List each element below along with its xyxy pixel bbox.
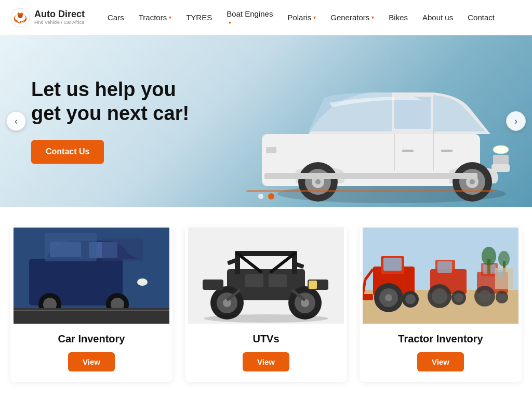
- svg-rect-77: [363, 294, 373, 300]
- hero-content: Let us help you get you next car! Contac…: [31, 78, 189, 164]
- inventory-card-tractors: Tractor Inventory View: [360, 228, 522, 382]
- brand-logo-icon: AD: [10, 8, 30, 28]
- svg-rect-52: [269, 274, 287, 287]
- svg-rect-25: [264, 173, 477, 179]
- inventory-card-cars: Car Inventory View: [10, 228, 172, 382]
- svg-rect-80: [437, 261, 452, 273]
- chevron-left-icon: ‹: [15, 116, 18, 127]
- svg-rect-10: [394, 97, 431, 129]
- svg-text:AD: AD: [17, 18, 23, 23]
- nav-item-cars[interactable]: Cars: [100, 0, 131, 35]
- svg-rect-24: [441, 150, 453, 152]
- svg-point-6: [18, 14, 22, 18]
- generators-chevron-icon: ▾: [371, 15, 374, 20]
- svg-point-89: [478, 290, 491, 302]
- svg-rect-27: [491, 164, 510, 172]
- brand-text: Auto Direct Find Vehicle / Car Africa: [34, 9, 85, 25]
- slider-dot-2[interactable]: [268, 193, 274, 200]
- slider-prev-button[interactable]: ‹: [6, 111, 26, 131]
- tractors-card-body: Tractor Inventory View: [360, 324, 522, 382]
- hero-cta-button[interactable]: Contact Us: [31, 140, 104, 164]
- slider-dot-1[interactable]: [258, 193, 264, 200]
- svg-rect-69: [383, 258, 402, 271]
- inventory-section: Car Inventory View: [0, 207, 532, 399]
- svg-point-82: [432, 288, 447, 304]
- svg-point-72: [385, 294, 392, 301]
- nav-item-tyres[interactable]: TYRES: [179, 0, 219, 35]
- tractors-image: [360, 228, 522, 324]
- slider-next-button[interactable]: ›: [506, 111, 526, 131]
- inventory-grid: Car Inventory View: [10, 228, 522, 382]
- inventory-card-utvs: UTVs View: [185, 228, 347, 382]
- utvs-view-button[interactable]: View: [243, 352, 289, 371]
- tractors-view-button[interactable]: View: [417, 352, 464, 371]
- polaris-chevron-icon: ▾: [313, 15, 316, 20]
- svg-rect-28: [246, 190, 496, 192]
- cars-card-title: Car Inventory: [21, 333, 162, 345]
- svg-rect-23: [402, 150, 414, 152]
- utvs-card-body: UTVs View: [185, 324, 347, 382]
- svg-rect-26: [266, 147, 276, 153]
- nav-links: Cars Tractors ▾ TYRES Boat Engines ▾ Pol…: [100, 0, 522, 35]
- svg-rect-60: [309, 281, 317, 289]
- cars-card-body: Car Inventory View: [10, 324, 172, 382]
- tractors-chevron-icon: ▾: [169, 15, 171, 20]
- cars-view-button[interactable]: View: [68, 352, 115, 371]
- svg-point-20: [315, 179, 321, 184]
- svg-point-91: [498, 294, 506, 301]
- svg-point-64: [204, 314, 328, 323]
- svg-rect-61: [203, 280, 223, 290]
- svg-point-93: [482, 247, 496, 265]
- svg-rect-39: [102, 238, 143, 261]
- nav-item-generators[interactable]: Generators ▾: [323, 0, 381, 35]
- chevron-right-icon: ›: [514, 116, 517, 127]
- svg-point-95: [498, 251, 510, 267]
- boat-engines-chevron-icon: ▾: [229, 19, 231, 26]
- utvs-image: [185, 228, 347, 324]
- svg-rect-97: [497, 270, 503, 278]
- nav-item-bikes[interactable]: Bikes: [381, 0, 415, 35]
- hero-title: Let us help you get you next car!: [31, 78, 189, 125]
- cars-image: [10, 228, 172, 324]
- nav-item-polaris[interactable]: Polaris ▾: [280, 0, 323, 35]
- svg-point-74: [405, 294, 416, 304]
- hero-car-image: [194, 51, 532, 207]
- svg-rect-38: [45, 233, 97, 261]
- nav-item-tractors[interactable]: Tractors ▾: [131, 0, 179, 35]
- utvs-card-title: UTVs: [195, 333, 337, 345]
- svg-rect-51: [245, 274, 263, 287]
- nav-item-about[interactable]: About us: [415, 0, 460, 35]
- svg-rect-22: [493, 155, 509, 165]
- nav-item-contact[interactable]: Contact: [460, 0, 502, 35]
- brand-logo-link[interactable]: AD Auto Direct Find Vehicle / Car Africa: [10, 8, 85, 28]
- svg-point-16: [470, 179, 475, 184]
- slider-dots: [258, 193, 274, 200]
- svg-rect-46: [235, 251, 297, 256]
- svg-point-21: [493, 145, 509, 154]
- brand-title: Auto Direct: [34, 9, 85, 20]
- svg-rect-41: [14, 310, 169, 311]
- svg-point-37: [137, 278, 148, 286]
- navbar: AD Auto Direct Find Vehicle / Car Africa…: [0, 0, 532, 35]
- svg-point-84: [454, 293, 463, 302]
- tractors-card-title: Tractor Inventory: [370, 333, 511, 345]
- brand-subtitle: Find Vehicle / Car Africa: [34, 20, 85, 25]
- nav-item-boat-engines[interactable]: Boat Engines ▾: [219, 0, 280, 35]
- hero-slider: ‹ Let us help you get you next car! Cont…: [0, 35, 532, 207]
